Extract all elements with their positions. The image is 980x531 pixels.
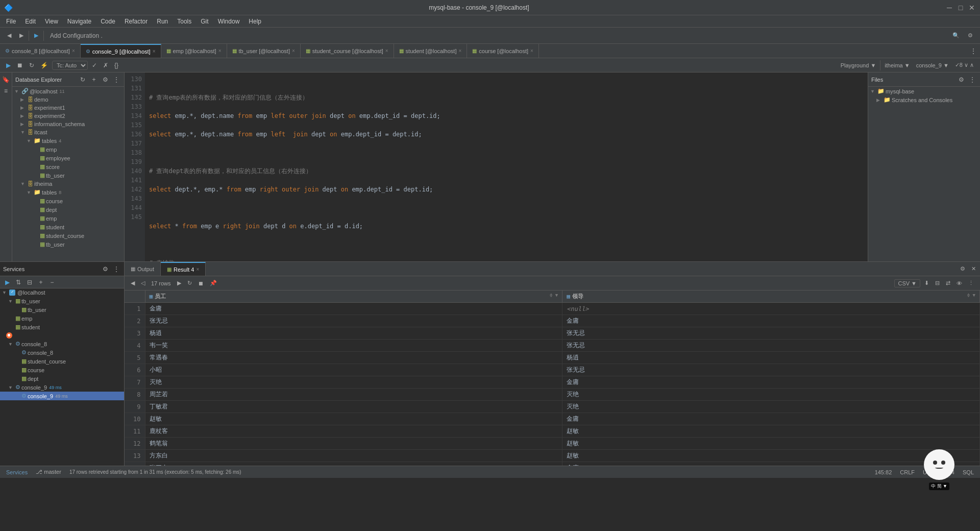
menu-help[interactable]: Help <box>244 17 265 26</box>
col-header-leader[interactable]: ▦领导≑ ▼ <box>562 291 980 303</box>
tree-information-schema[interactable]: ▶ 🗄 information_schema <box>12 120 124 128</box>
status-services-btn[interactable]: Services <box>4 469 30 475</box>
tree-itheima-studentcourse[interactable]: ▶ ▦ student_course <box>12 231 124 240</box>
tab-close-console8[interactable]: × <box>72 48 75 54</box>
grid-pin-btn[interactable]: 📌 <box>208 279 219 287</box>
svc-collapse-btn[interactable]: ⊟ <box>24 277 35 287</box>
grid-filter-btn[interactable]: ⊟ <box>933 279 942 287</box>
tree-itheima-emp[interactable]: ▶ ▦ emp <box>12 214 124 223</box>
db-explorer-more-btn[interactable]: ⋮ <box>112 75 121 84</box>
services-more-btn[interactable]: ⋮ <box>112 264 121 274</box>
tree-experiment1[interactable]: ▶ 🗄 experiment1 <box>12 104 124 112</box>
grid-prev2-btn[interactable]: ◁ <box>139 279 147 287</box>
db-explorer-add-btn[interactable]: + <box>89 75 99 84</box>
svc-tbuser-group[interactable]: ▼ ▦ tb_user <box>0 297 124 305</box>
tab-close-console9[interactable]: × <box>153 49 156 54</box>
db-explorer-refresh-btn[interactable]: ↻ <box>78 75 87 84</box>
tree-itcast[interactable]: ▼ 🗄 itcast <box>12 128 124 136</box>
result-close-btn[interactable]: ✕ <box>969 264 978 273</box>
tree-itcast-score[interactable]: ▶ ▦ score <box>12 162 124 171</box>
tree-itheima-tbuser[interactable]: ▶ ▦ tb_user <box>12 240 124 249</box>
svc-run-btn[interactable]: ▶ <box>2 277 12 287</box>
status-crlf[interactable]: CRLF <box>898 469 917 475</box>
menu-view[interactable]: View <box>41 17 62 26</box>
bookmarks-btn[interactable]: 🔖 <box>1 75 11 85</box>
explain-btn[interactable]: ⚡ <box>38 61 50 70</box>
col-header-employee[interactable]: ▦员工≑ ▼ <box>145 291 562 303</box>
files-scratches[interactable]: ▶ 📁 Scratches and Consoles <box>868 95 980 104</box>
grid-download-btn[interactable]: ⬇ <box>922 279 931 287</box>
menu-file[interactable]: File <box>2 17 20 26</box>
tab-close-course[interactable]: × <box>530 48 533 54</box>
tabs-more-btn[interactable]: ⋮ <box>967 44 980 58</box>
tree-itheima-dept[interactable]: ▶ ▦ dept <box>12 205 124 214</box>
minimize-button[interactable]: ─ <box>945 4 953 12</box>
format-btn[interactable]: {} <box>112 61 120 70</box>
files-mysql-base[interactable]: ▼ 📁 mysql-base <box>868 87 980 95</box>
tree-itcast-emp[interactable]: ▶ ▦ emp <box>12 145 124 154</box>
tab-close-student[interactable]: × <box>458 48 461 54</box>
svc-add-btn[interactable]: + <box>36 277 46 287</box>
tree-itcast-tables[interactable]: ▼ 📁 tables 4 <box>12 136 124 145</box>
code-editor[interactable]: 130 131 132 133 134 135 136 137 138 139 … <box>125 73 868 261</box>
tree-itcast-tbuser[interactable]: ▶ ▦ tb_user <box>12 171 124 180</box>
grid-refresh-btn[interactable]: ↻ <box>185 279 194 287</box>
grid-transpose-btn[interactable]: ⇄ <box>944 279 952 287</box>
tab-studentcourse[interactable]: ▦ student_course [@localhost] × <box>301 44 394 58</box>
tab-console9[interactable]: ⚙ console_9 [@localhost] × <box>81 44 161 58</box>
schema-select[interactable]: Tc: Auto <box>52 61 88 70</box>
status-indent[interactable]: 4 <box>949 469 957 475</box>
svc-console9-group[interactable]: ▼ ⚙ console_9 49 ms <box>0 383 124 392</box>
svc-console8-item[interactable]: ▶ ⚙ console_8 <box>0 348 124 357</box>
tree-experiment2[interactable]: ▶ 🗄 experiment2 <box>12 112 124 120</box>
menu-run[interactable]: Run <box>153 17 172 26</box>
csv-export-btn[interactable]: CSV ▼ <box>894 279 920 287</box>
menu-git[interactable]: Git <box>197 17 212 26</box>
structure-btn[interactable]: ≡ <box>1 86 11 96</box>
tree-localhost[interactable]: ▼ 🔗 @localhost 11 <box>12 87 124 95</box>
svc-console9-item[interactable]: ▶ ⚙ console_9 49 ms <box>0 392 124 400</box>
status-lang[interactable]: SQL <box>961 469 976 475</box>
menu-tools[interactable]: Tools <box>173 17 195 26</box>
commit-btn[interactable]: ✓ <box>90 61 99 70</box>
tab-student[interactable]: ▦ student [@localhost] × <box>394 44 468 58</box>
svc-sort-btn[interactable]: ⇅ <box>13 277 23 287</box>
files-settings-btn[interactable]: ⚙ <box>957 75 966 84</box>
tab-close-emp[interactable]: × <box>218 48 222 54</box>
tab-close-tbuser[interactable]: × <box>292 48 295 54</box>
menu-edit[interactable]: Edit <box>21 17 40 26</box>
services-settings-btn[interactable]: ⚙ <box>101 264 110 274</box>
maximize-button[interactable]: □ <box>957 4 965 12</box>
toolbar-forward-btn[interactable]: ▶ <box>16 31 27 40</box>
toolbar-settings-btn[interactable]: ⚙ <box>965 31 976 40</box>
tab-tbuser[interactable]: ▦ tb_user [@localhost] × <box>227 44 301 58</box>
svc-studentcourse[interactable]: ▶ ▦ student_course <box>0 357 124 366</box>
files-more-btn[interactable]: ⋮ <box>968 75 977 84</box>
tab-output[interactable]: ▦ Output <box>125 262 161 276</box>
tab-emp[interactable]: ▦ emp [@localhost] × <box>161 44 227 58</box>
restart-btn[interactable]: ↻ <box>27 61 36 70</box>
grid-prev-btn[interactable]: ◀ <box>129 279 137 287</box>
toolbar-back-btn[interactable]: ◀ <box>4 31 14 40</box>
svc-student[interactable]: ▶ ▦ student <box>0 323 124 331</box>
tree-itheima[interactable]: ▼ 🗄 itheima <box>12 180 124 188</box>
svc-console8-group[interactable]: ▼ ⚙ console_8 <box>0 340 124 348</box>
tab-result4-close[interactable]: × <box>196 267 199 272</box>
result-settings-btn[interactable]: ⚙ <box>958 264 967 273</box>
svc-localhost[interactable]: ▼ ✓ @localhost <box>0 288 124 297</box>
tab-close-studentcourse[interactable]: × <box>385 48 388 54</box>
run-sql-btn[interactable]: ▶ <box>4 61 13 70</box>
tab-console8[interactable]: ⚙ console_8 [@localhost] × <box>0 44 81 58</box>
tree-itcast-employee[interactable]: ▶ ▦ employee <box>12 154 124 162</box>
tree-demo[interactable]: ▶ 🗄 demo <box>12 95 124 104</box>
stop-sql-btn[interactable]: ⏹ <box>15 61 25 70</box>
svc-course[interactable]: ▶ ▦ course <box>0 366 124 374</box>
rollback-btn[interactable]: ✗ <box>101 61 110 70</box>
menu-code[interactable]: Code <box>96 17 119 26</box>
close-button[interactable]: ✕ <box>968 4 976 12</box>
grid-view-btn[interactable]: 👁 <box>954 279 964 287</box>
grid-next-btn[interactable]: ▶ <box>175 279 183 287</box>
svc-tbuser-item[interactable]: ▶ ▦ tb_user <box>0 305 124 314</box>
svc-emp[interactable]: ▶ ▦ emp <box>0 314 124 323</box>
grid-more-btn[interactable]: ⋮ <box>966 279 976 287</box>
